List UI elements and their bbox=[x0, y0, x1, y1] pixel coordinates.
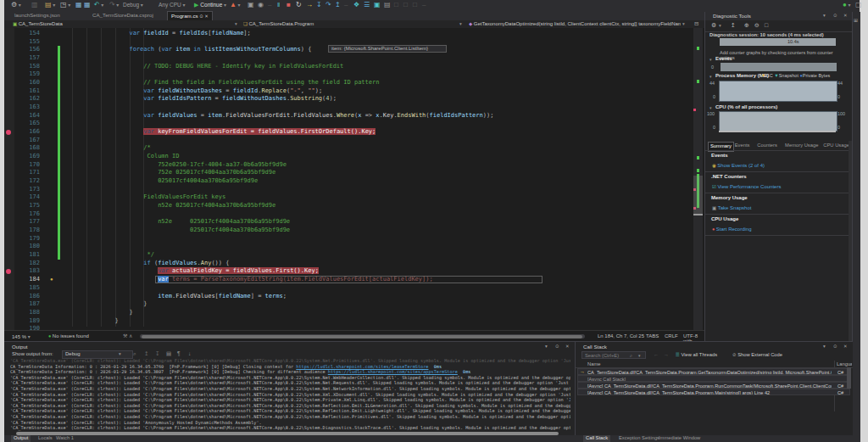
callstack-close-icon[interactable]: ✕ bbox=[843, 344, 848, 349]
callstack-chevron-icon[interactable]: ▾ bbox=[823, 344, 826, 349]
health-indicator[interactable]: ● No issues found bbox=[48, 333, 89, 338]
prev-message-icon[interactable]: ↥ bbox=[144, 350, 148, 357]
diag-gear-chevron[interactable]: ▾ bbox=[719, 23, 721, 28]
diag-tab-counters[interactable]: Counters bbox=[755, 142, 779, 150]
step-out-icon[interactable]: ↥ bbox=[335, 1, 341, 9]
panel-chevron-icon[interactable]: ▾ bbox=[823, 13, 826, 18]
bookmark2-icon[interactable]: □ bbox=[403, 1, 408, 9]
diag-cpu-chart[interactable] bbox=[719, 111, 837, 131]
bottom-tab-exception-settings[interactable]: Exception Settings bbox=[616, 435, 662, 442]
diag-zoom-in-icon[interactable]: ⊕ bbox=[744, 22, 749, 29]
breakpoint-margin[interactable] bbox=[4, 28, 14, 330]
breadcrumb-type[interactable]: ❏ CA_TermStoreData.Program bbox=[243, 21, 314, 26]
save-icon[interactable]: ▦ bbox=[75, 1, 82, 9]
code-map-icon[interactable]: ❖ bbox=[353, 1, 359, 9]
word-wrap-icon[interactable]: ¶ bbox=[177, 350, 181, 356]
editor-hscrollbar-thumb[interactable] bbox=[142, 335, 582, 338]
split-editor-icon[interactable]: ⊟ bbox=[694, 20, 698, 27]
diag-zoom-out-icon[interactable]: ⊖ bbox=[754, 22, 760, 29]
diag-tab-cpu-usage[interactable]: CPU Usage bbox=[821, 142, 851, 150]
bottom-tab-call-stack[interactable]: Call Stack bbox=[583, 435, 610, 442]
callstack-frame[interactable]: →CA_TermStoreData.dll!CA_TermStoreData.P… bbox=[577, 368, 850, 375]
scrollbar-thumb[interactable] bbox=[693, 176, 703, 215]
platform-dropdown[interactable]: Any CPU ▾ bbox=[159, 2, 192, 8]
stop-icon[interactable]: ■ bbox=[287, 1, 291, 9]
tab-launchsettings-json[interactable]: launchSettings.json bbox=[11, 11, 64, 20]
view-all-threads-button[interactable]: ☰ View all Threads bbox=[676, 352, 717, 357]
output-chevron-icon[interactable]: ▾ bbox=[545, 344, 548, 349]
pause-icon[interactable]: ‖ bbox=[277, 1, 280, 9]
bookmark-icon[interactable]: □ bbox=[394, 1, 398, 9]
navigate-icon[interactable]: ▣ bbox=[374, 1, 381, 9]
show-next-statement-icon[interactable]: → bbox=[306, 1, 313, 9]
step-into-icon[interactable]: ↧ bbox=[316, 1, 322, 9]
diag-memory-chart[interactable] bbox=[719, 81, 837, 102]
bottom-tab-watch-1[interactable]: Watch 1 bbox=[53, 435, 76, 442]
lightbulb-icon[interactable]: ● bbox=[50, 277, 55, 283]
diag-tab-events[interactable]: Events bbox=[733, 142, 752, 150]
output-pin-icon[interactable]: ⊙ bbox=[555, 344, 559, 349]
diag-reset-view-icon[interactable]: □ bbox=[765, 22, 768, 28]
structure-icon[interactable]: ☰ bbox=[364, 1, 370, 9]
callstack-frame[interactable]: [Async] CA_TermStoreData.dll!CA_TermStor… bbox=[577, 382, 850, 389]
clear-all-icon[interactable]: ▤ bbox=[166, 350, 171, 357]
bottom-tab-immediate-window[interactable]: Immediate Window bbox=[656, 435, 703, 442]
panel-pin-icon[interactable]: ⊙ bbox=[833, 13, 837, 18]
breadcrumb-project[interactable]: ▣ CA_TermStoreData bbox=[13, 21, 63, 26]
undo-icon[interactable]: ↶ ▾ bbox=[94, 1, 103, 9]
indent-mode[interactable]: TABS bbox=[646, 333, 659, 338]
feedback-icon[interactable]: ● ▾ bbox=[843, 1, 851, 9]
breakpoint-dot[interactable] bbox=[6, 130, 11, 135]
diag-time-scrollbar[interactable] bbox=[719, 131, 836, 132]
callstack-search-input[interactable]: Search (Ctrl+E)⌕▾ bbox=[581, 351, 646, 359]
breadcrumb-member[interactable]: ◆ GetTaxonomyDataOptimized(string listId… bbox=[469, 21, 681, 26]
output-close-icon[interactable]: ✕ bbox=[565, 344, 570, 349]
panel-close-icon[interactable]: ✕ bbox=[843, 13, 848, 18]
callstack-scrollbar[interactable] bbox=[847, 367, 851, 389]
callstack-frame[interactable]: [Async] CA_TermStoreData.dll!CA_TermStor… bbox=[577, 389, 850, 395]
window-icon[interactable]: ▥ bbox=[31, 1, 38, 9]
live-share-icon[interactable]: ◉ bbox=[258, 1, 264, 9]
find-message-icon[interactable]: ⌕ bbox=[133, 350, 136, 357]
diag-tab-memory-usage[interactable]: Memory Usage bbox=[783, 142, 820, 150]
step-over-icon[interactable]: ↷ bbox=[326, 1, 331, 9]
summary-section-link[interactable]: ▣ Take Snapshot bbox=[712, 205, 751, 210]
nav-forward-icon[interactable]: → bbox=[664, 352, 669, 357]
toggle-scroll-icon[interactable]: ↓ bbox=[188, 350, 191, 356]
repair-icon[interactable]: ⚒ ∧ bbox=[123, 333, 132, 338]
debug-target-dropdown[interactable]: Debug ▾ bbox=[123, 2, 152, 8]
restart-icon[interactable]: ↻ bbox=[296, 1, 302, 9]
nav-back-icon[interactable]: ← bbox=[654, 352, 659, 357]
diag-export-icon[interactable]: ↥ bbox=[731, 22, 736, 29]
continue-button[interactable]: ▶ Continue ▾ bbox=[194, 2, 226, 8]
apply-changes-icon[interactable]: ▣ bbox=[248, 1, 254, 9]
editor-scrollbar[interactable] bbox=[693, 28, 703, 330]
diag-timeline[interactable]: 10.4s bbox=[720, 38, 836, 46]
output-content[interactable]: 'CA_TermStoreData.exe' (CoreCLR: clrhost… bbox=[4, 357, 570, 432]
hot-reload-icon[interactable]: ▲ ▾ bbox=[230, 1, 241, 9]
profile-icon[interactable]: ▢ bbox=[855, 1, 862, 9]
next-message-icon[interactable]: ↧ bbox=[155, 350, 159, 357]
summary-section-link[interactable]: ☑ View Performance Counters bbox=[712, 184, 781, 189]
gear-icon[interactable]: ⚙ ▾ bbox=[11, 1, 21, 9]
diag-events-track[interactable] bbox=[721, 63, 837, 71]
editor-zoom-dropdown[interactable]: 145 % ▾ bbox=[12, 333, 31, 339]
callstack-frame[interactable]: [Async Call Stack] bbox=[577, 375, 850, 382]
open-file-icon[interactable]: ◳ ▾ bbox=[60, 1, 70, 9]
code-editor[interactable]: 1541551561571581591601611621631641651661… bbox=[4, 28, 704, 330]
summary-section-link[interactable]: ● Start Recording bbox=[712, 227, 752, 232]
show-external-code-button[interactable]: ⊘ Show External Code bbox=[732, 352, 782, 357]
line-ending[interactable]: CRLF bbox=[665, 333, 678, 338]
redo-icon[interactable]: ↷ ▾ bbox=[109, 1, 119, 9]
callstack-pin-icon[interactable]: ⊙ bbox=[833, 344, 837, 349]
diag-gear-icon[interactable]: ⚙ bbox=[711, 22, 716, 29]
bottom-tab-locals[interactable]: Locals bbox=[36, 435, 55, 442]
save-all-icon[interactable]: ▦ bbox=[84, 1, 91, 9]
new-file-icon[interactable]: ▤ ▾ bbox=[45, 1, 55, 9]
edit-icon[interactable]: ▤ bbox=[384, 1, 391, 9]
bottom-tab-output[interactable]: Output bbox=[11, 435, 31, 442]
bookmark3-icon[interactable]: □ bbox=[413, 1, 417, 9]
summary-section-link[interactable]: ◉ Show Events (2 of 4) bbox=[712, 163, 765, 168]
tab-ca-termstoredata-csproj[interactable]: CA_TermStoreData.csproj bbox=[89, 11, 157, 20]
datatip[interactable]: item: {Microsoft.SharePoint.Client.ListI… bbox=[328, 45, 447, 53]
